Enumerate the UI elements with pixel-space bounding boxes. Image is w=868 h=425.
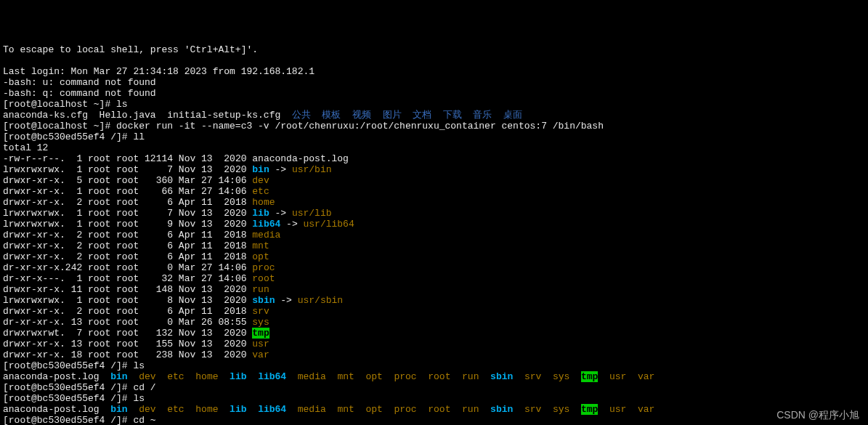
terminal-line: -bash: u: command not found: [3, 78, 865, 89]
terminal-line: drwxr-xr-x. 18 root root 238 Nov 13 2020…: [3, 350, 865, 361]
terminal-line: [root@localhost ~]# ls: [3, 100, 865, 110]
terminal-line: [root@bc530ed55ef4 /]# ls: [3, 361, 865, 372]
terminal-line: drwxr-xr-x. 2 root root 6 Apr 11 2018 op…: [3, 252, 865, 263]
terminal-line: [root@bc530ed55ef4 /]# ll: [3, 132, 865, 143]
terminal-line: To escape to local shell, press 'Ctrl+Al…: [3, 45, 865, 56]
terminal-line: dr-xr-xr-x.242 root root 0 Mar 27 14:06 …: [3, 263, 865, 274]
terminal-line: dr-xr-xr-x. 13 root root 0 Mar 26 08:55 …: [3, 317, 865, 328]
watermark-text: CSDN @程序小旭: [776, 409, 859, 421]
terminal-line: [root@bc530ed55ef4 /]# ls: [3, 394, 865, 405]
terminal-line: lrwxrwxrwx. 1 root root 8 Nov 13 2020 sb…: [3, 296, 865, 307]
terminal-line: drwxr-xr-x. 1 root root 66 Mar 27 14:06 …: [3, 187, 865, 198]
terminal-line: lrwxrwxrwx. 1 root root 7 Nov 13 2020 li…: [3, 209, 865, 219]
terminal-line: lrwxrwxrwx. 1 root root 9 Nov 13 2020 li…: [3, 219, 865, 230]
terminal-line: total 12: [3, 143, 865, 154]
terminal-line: drwxr-xr-x. 13 root root 155 Nov 13 2020…: [3, 339, 865, 350]
terminal-line: drwxr-xr-x. 2 root root 6 Apr 11 2018 mn…: [3, 241, 865, 252]
terminal-line: drwxr-xr-x. 5 root root 360 Mar 27 14:06…: [3, 176, 865, 187]
terminal-line: [3, 56, 865, 67]
terminal-output[interactable]: To escape to local shell, press 'Ctrl+Al…: [3, 45, 865, 425]
terminal-line: lrwxrwxrwx. 1 root root 7 Nov 13 2020 bi…: [3, 165, 865, 176]
terminal-line: drwxr-xr-x. 11 root root 148 Nov 13 2020…: [3, 285, 865, 296]
terminal-line: anaconda-post.log bin dev etc home lib l…: [3, 405, 865, 416]
terminal-line: [root@bc530ed55ef4 /]# cd /: [3, 383, 865, 394]
terminal-line: Last login: Mon Mar 27 21:34:18 2023 fro…: [3, 67, 865, 78]
terminal-line: anaconda-post.log bin dev etc home lib l…: [3, 372, 865, 383]
terminal-line: drwxr-xr-x. 2 root root 6 Apr 11 2018 sr…: [3, 307, 865, 317]
terminal-line: [root@localhost ~]# docker run -it --nam…: [3, 121, 865, 132]
terminal-line: anaconda-ks.cfg Hello.java initial-setup…: [3, 110, 865, 121]
terminal-line: [root@bc530ed55ef4 /]# cd ~: [3, 416, 865, 425]
terminal-line: drwxr-xr-x. 2 root root 6 Apr 11 2018 me…: [3, 230, 865, 241]
terminal-line: -rw-r--r--. 1 root root 12114 Nov 13 202…: [3, 154, 865, 165]
terminal-line: drwxrwxrwt. 7 root root 132 Nov 13 2020 …: [3, 328, 865, 339]
terminal-line: drwxr-xr-x. 2 root root 6 Apr 11 2018 ho…: [3, 198, 865, 209]
terminal-line: dr-xr-x---. 1 root root 32 Mar 27 14:06 …: [3, 274, 865, 285]
terminal-line: -bash: q: command not found: [3, 89, 865, 100]
